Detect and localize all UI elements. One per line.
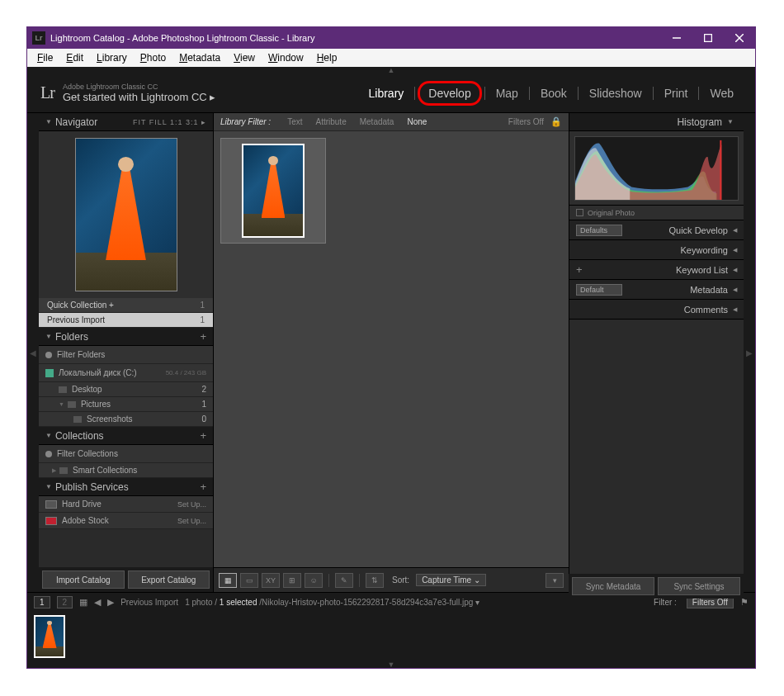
filters-off[interactable]: Filters Off <box>502 117 550 126</box>
navigator-preview[interactable] <box>39 131 213 298</box>
sort-select[interactable]: Capture Time ⌄ <box>416 574 486 586</box>
keywording-panel[interactable]: Keywording ◀ <box>569 240 744 260</box>
menu-edit[interactable]: Edit <box>59 52 90 64</box>
chevron-left-icon: ◀ <box>733 247 737 253</box>
defaults-dropdown[interactable]: Defaults <box>576 225 622 236</box>
survey-view-button[interactable]: ⊞ <box>283 573 301 588</box>
smart-collections[interactable]: ▶ Smart Collections <box>39 463 213 478</box>
center-panel: Library Filter : Text Attribute Metadata… <box>214 113 569 592</box>
chevron-right-icon: ▶ <box>52 467 56 474</box>
window-title: Lightroom Catalog - Adobe Photoshop Ligh… <box>50 33 661 43</box>
navigator-header[interactable]: ▼ Navigator FIT FILL 1:1 3:1 ▸ <box>39 113 213 131</box>
grid-cell[interactable] <box>220 138 326 244</box>
add-folder-icon[interactable]: + <box>200 330 206 343</box>
module-book[interactable]: Book <box>532 83 575 103</box>
right-panel: Histogram ▼ <box>569 113 744 592</box>
filter-none[interactable]: None <box>400 117 433 126</box>
filter-collections-input[interactable]: Filter Collections <box>39 445 213 463</box>
menu-library[interactable]: Library <box>90 52 134 64</box>
filmstrip-thumb[interactable] <box>34 615 65 658</box>
import-catalog-button[interactable]: Import Catalog <box>42 571 125 589</box>
titlebar[interactable]: Lr Lightroom Catalog - Adobe Photoshop L… <box>27 27 755 49</box>
forward-icon[interactable]: ▶ <box>107 597 114 608</box>
module-web[interactable]: Web <box>701 83 742 103</box>
minimize-button[interactable] <box>661 27 692 49</box>
disk-row[interactable]: Локальный диск (C:) 50.4 / 243 GB <box>39 364 213 382</box>
lock-icon[interactable]: 🔒 <box>550 116 562 127</box>
filter-metadata[interactable]: Metadata <box>353 117 401 126</box>
folder-pictures[interactable]: ▼ Pictures 1 <box>39 397 213 412</box>
original-photo-checkbox[interactable]: Original Photo <box>569 206 744 220</box>
menu-help[interactable]: Help <box>310 52 344 64</box>
add-collection-icon[interactable]: + <box>200 429 206 442</box>
keyword-list-panel[interactable]: + Keyword List ◀ <box>569 260 744 280</box>
toolbar: ▦ ▭ XY ⊞ ☺ ✎ ⇅ Sort: Capture Time ⌄ ▾ <box>214 567 569 592</box>
menu-photo[interactable]: Photo <box>134 52 172 64</box>
chevron-left-icon: ◀ <box>733 306 737 313</box>
monitor-1-button[interactable]: 1 <box>34 596 50 608</box>
histogram[interactable] <box>569 131 744 206</box>
histogram-header[interactable]: Histogram ▼ <box>569 113 744 131</box>
chevron-down-icon: ▼ <box>45 483 52 490</box>
module-library[interactable]: Library <box>361 83 413 103</box>
collections-header[interactable]: ▼ Collections + <box>39 427 213 445</box>
menu-metadata[interactable]: Metadata <box>172 52 227 64</box>
publish-adobe-stock[interactable]: Adobe Stock Set Up... <box>39 513 213 529</box>
grid-view[interactable] <box>214 131 569 567</box>
catalog-previous-import[interactable]: Previous Import 1 <box>39 313 213 328</box>
grid-view-button[interactable]: ▦ <box>219 573 237 588</box>
publish-header[interactable]: ▼ Publish Services + <box>39 478 213 496</box>
folder-icon <box>59 386 67 393</box>
right-edge-toggle[interactable]: ▶ <box>744 113 755 592</box>
search-icon <box>45 451 52 457</box>
module-develop[interactable]: Develop <box>418 81 481 106</box>
left-edge-toggle[interactable]: ◀ <box>27 113 39 592</box>
chevron-down-icon: ▼ <box>45 432 52 439</box>
checkbox-icon <box>576 209 583 216</box>
catalog-quick-collection[interactable]: Quick Collection + 1 <box>39 298 213 313</box>
folders-header[interactable]: ▼ Folders + <box>39 328 213 346</box>
publish-hard-drive[interactable]: Hard Drive Set Up... <box>39 496 213 513</box>
filter-text[interactable]: Text <box>281 117 309 126</box>
module-slideshow[interactable]: Slideshow <box>581 83 650 103</box>
top-panel-toggle[interactable]: ▲ <box>27 67 755 73</box>
sync-metadata-button[interactable]: Sync Metadata <box>572 577 654 595</box>
quick-develop-panel[interactable]: Defaults Quick Develop ◀ <box>569 220 744 240</box>
comments-panel[interactable]: Comments ◀ <box>569 300 744 320</box>
export-catalog-button[interactable]: Export Catalog <box>128 571 210 589</box>
add-publish-icon[interactable]: + <box>200 481 206 493</box>
folder-screenshots[interactable]: Screenshots 0 <box>39 412 213 427</box>
menu-window[interactable]: Window <box>262 52 310 64</box>
sync-settings-button[interactable]: Sync Settings <box>658 577 740 595</box>
search-icon <box>45 352 52 358</box>
sort-direction-button[interactable]: ⇅ <box>366 573 384 588</box>
module-map[interactable]: Map <box>488 83 527 103</box>
menu-view[interactable]: View <box>227 52 262 64</box>
folder-desktop[interactable]: Desktop 2 <box>39 382 213 397</box>
back-icon[interactable]: ◀ <box>94 597 101 608</box>
filter-attribute[interactable]: Attribute <box>309 117 352 126</box>
identity-main[interactable]: Get started with Lightroom CC ▸ <box>63 91 215 103</box>
compare-view-button[interactable]: XY <box>262 573 280 588</box>
menu-file[interactable]: File <box>31 52 59 64</box>
loupe-view-button[interactable]: ▭ <box>240 573 258 588</box>
plus-icon[interactable]: + <box>576 263 583 276</box>
chevron-left-icon: ◀ <box>733 286 737 293</box>
maximize-button[interactable] <box>692 27 724 49</box>
painter-button[interactable]: ✎ <box>335 573 353 588</box>
module-print[interactable]: Print <box>656 83 697 103</box>
chevron-down-icon: ▼ <box>727 118 734 125</box>
grid-icon[interactable]: ▦ <box>79 597 87 608</box>
metadata-dropdown[interactable]: Default <box>576 284 622 296</box>
close-button[interactable] <box>724 27 755 49</box>
filmstrip-source[interactable]: Previous Import <box>120 598 178 607</box>
filter-folders-input[interactable]: Filter Folders <box>39 346 213 364</box>
monitor-2-button[interactable]: 2 <box>57 596 73 608</box>
lr-logo: Lr <box>40 83 54 102</box>
chevron-left-icon: ◀ <box>733 227 737 234</box>
metadata-panel[interactable]: Default Metadata ◀ <box>569 280 744 300</box>
navigator-zoom-options[interactable]: FIT FILL 1:1 3:1 ▸ <box>133 118 206 126</box>
people-view-button[interactable]: ☺ <box>305 573 323 588</box>
toolbar-menu-button[interactable]: ▾ <box>545 573 564 588</box>
bottom-panel-toggle[interactable]: ▼ <box>27 661 755 668</box>
